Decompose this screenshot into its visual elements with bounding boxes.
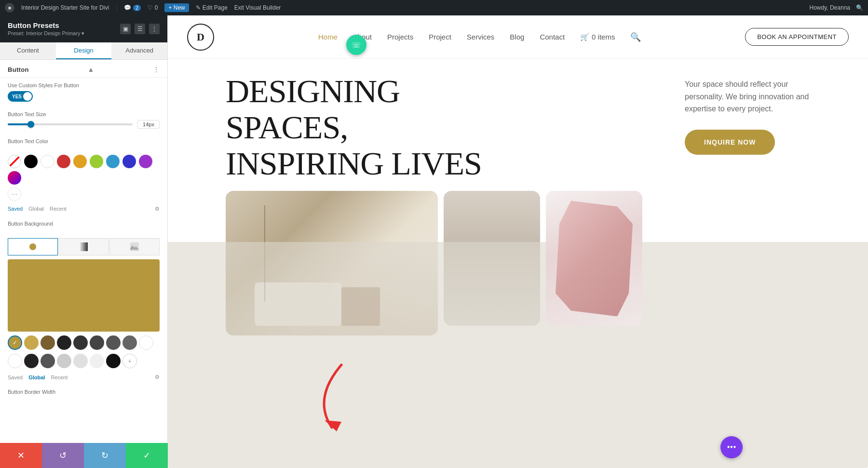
bg-swatch-gray[interactable]	[106, 335, 121, 350]
gallery-section: •••	[168, 191, 868, 468]
divi-fab[interactable]: ☏	[346, 35, 366, 55]
border-width-row: Button Border Width	[0, 384, 167, 402]
border-width-label: Button Border Width	[8, 389, 160, 395]
main-content: ☏ D Home About Projects Project Services…	[168, 15, 868, 468]
bg-swatch-gray2[interactable]	[41, 354, 55, 368]
bg-color-tab-recent[interactable]: Recent	[51, 374, 68, 380]
color-settings-icon[interactable]: ⚙	[155, 206, 160, 212]
left-panel: Button Presets Preset: Interior Design P…	[0, 15, 168, 468]
swatch-purple[interactable]	[139, 155, 152, 168]
panel-more-icon[interactable]: ⋮	[149, 24, 160, 34]
admin-likes[interactable]: ♡ 0	[148, 4, 158, 11]
panel-preset[interactable]: Preset: Interior Design Primary ▾	[8, 30, 84, 37]
section-more-options-icon[interactable]: ⋮	[153, 66, 160, 73]
color-tab-recent[interactable]: Recent	[50, 206, 67, 212]
bg-swatch-near-black[interactable]	[106, 354, 121, 368]
text-color-row: Button Text Color	[0, 134, 167, 152]
cancel-button[interactable]: ✕	[0, 443, 42, 468]
bg-row: Button Background	[0, 216, 167, 234]
bg-swatch-add[interactable]: +	[122, 354, 137, 368]
admin-howdy[interactable]: Howdy, Deanna	[810, 4, 851, 11]
swatch-dark-blue[interactable]	[122, 155, 136, 168]
admin-new-button[interactable]: + New	[164, 3, 189, 12]
nav-link-cart[interactable]: 🛒 0 items	[580, 33, 615, 41]
bg-swatch-light-gray[interactable]	[57, 354, 71, 368]
text-size-value[interactable]: 14px	[137, 120, 160, 129]
text-size-slider[interactable]	[8, 123, 133, 125]
color-more-btn[interactable]: ⋯	[8, 187, 21, 201]
admin-comments[interactable]: 💬 2	[124, 4, 141, 11]
bg-swatch-dark-gray[interactable]	[90, 335, 104, 350]
hero-tagline: Your space should reflect your personali…	[685, 78, 820, 115]
bg-swatch-white[interactable]	[139, 335, 153, 350]
admin-edit-page[interactable]: ✎ Edit Page	[196, 4, 228, 11]
book-appointment-button[interactable]: BOOK AN APPOINTMENT	[745, 28, 849, 46]
swatch-orange[interactable]	[73, 155, 87, 168]
bg-swatch-black2[interactable]	[73, 335, 88, 350]
tab-content[interactable]: Content	[0, 42, 56, 59]
bg-swatch-black1[interactable]	[57, 335, 71, 350]
bg-tab-gradient[interactable]	[58, 238, 108, 255]
save-button[interactable]: ✓	[126, 443, 168, 468]
swatch-black[interactable]	[24, 155, 38, 168]
bg-color-swatches-row2: +	[0, 354, 167, 372]
bg-swatch-gold-active[interactable]	[8, 335, 22, 350]
admin-site-title[interactable]: Interior Design Starter Site for Divi	[21, 4, 109, 11]
panel-columns-icon[interactable]: ☰	[135, 24, 145, 34]
nav-link-services[interactable]: Services	[467, 33, 495, 41]
nav-link-projects[interactable]: Projects	[387, 33, 413, 41]
section-collapse-icon[interactable]: ▲	[87, 66, 94, 73]
admin-bar: ■ Interior Design Starter Site for Divi …	[0, 0, 868, 15]
nav-link-contact[interactable]: Contact	[540, 33, 565, 41]
bg-swatch-black3[interactable]	[24, 354, 39, 368]
more-options-fab[interactable]: •••	[720, 436, 743, 458]
bg-swatch-white2[interactable]	[8, 354, 22, 368]
custom-styles-toggle[interactable]: YES	[8, 91, 33, 102]
bg-swatch-mid-gray[interactable]	[122, 335, 137, 350]
color-tab-saved[interactable]: Saved	[8, 206, 23, 212]
hero-right: Your space should reflect your personali…	[685, 73, 839, 155]
gallery-image-2	[444, 191, 540, 326]
wp-logo[interactable]: ■	[5, 3, 14, 13]
bg-type-tabs	[0, 234, 167, 259]
toggle-knob	[23, 92, 32, 101]
swatch-red[interactable]	[57, 155, 70, 168]
swatch-white[interactable]	[41, 155, 54, 168]
nav-logo[interactable]: D	[187, 24, 214, 51]
nav-link-project[interactable]: Project	[429, 33, 451, 41]
undo-button[interactable]: ↺	[42, 443, 84, 468]
panel-body: Button ▲ ⋮ Use Custom Styles For Button …	[0, 60, 167, 468]
section-title: Button	[8, 66, 29, 73]
admin-search-icon[interactable]: 🔍	[856, 4, 863, 11]
bg-color-tab-saved[interactable]: Saved	[8, 374, 23, 380]
tab-design[interactable]: Design	[56, 42, 112, 59]
swatch-transparent[interactable]	[8, 155, 21, 168]
inquire-now-button[interactable]: INQUIRE NOW	[685, 130, 775, 155]
redo-button[interactable]: ↻	[84, 443, 126, 468]
admin-exit-builder[interactable]: Exit Visual Builder	[234, 4, 281, 11]
bg-tab-color[interactable]	[8, 238, 58, 255]
bg-color-settings-icon[interactable]: ⚙	[155, 374, 160, 380]
swatch-blue[interactable]	[106, 155, 120, 168]
nav-link-home[interactable]: Home	[318, 33, 338, 41]
color-tab-global[interactable]: Global	[28, 206, 44, 212]
section-button-header: Button ▲ ⋮	[0, 60, 167, 78]
custom-styles-label: Use Custom Styles For Button	[8, 82, 160, 88]
swatch-lime[interactable]	[90, 155, 103, 168]
swatch-eyedropper[interactable]	[8, 171, 21, 185]
bg-swatch-lighter-gray[interactable]	[73, 354, 88, 368]
site-body: DESIGNING SPACES, INSPIRING LIVES Your s…	[168, 59, 868, 468]
bg-swatch-gold2[interactable]	[24, 335, 39, 350]
bg-swatch-lightest-gray[interactable]	[90, 354, 104, 368]
bg-tab-image[interactable]	[109, 238, 160, 255]
bg-color-preview[interactable]	[8, 259, 160, 332]
bg-swatch-dark-gold[interactable]	[41, 335, 55, 350]
panel-tabs: Content Design Advanced	[0, 42, 167, 60]
panel-duplicate-icon[interactable]: ▣	[120, 24, 131, 34]
nav-link-blog[interactable]: Blog	[510, 33, 524, 41]
bg-color-swatches-row1	[0, 332, 167, 354]
nav-search-icon[interactable]: 🔍	[630, 32, 641, 42]
panel-title: Button Presets	[8, 21, 84, 29]
bg-color-tab-global[interactable]: Global	[28, 374, 45, 380]
tab-advanced[interactable]: Advanced	[111, 42, 167, 59]
